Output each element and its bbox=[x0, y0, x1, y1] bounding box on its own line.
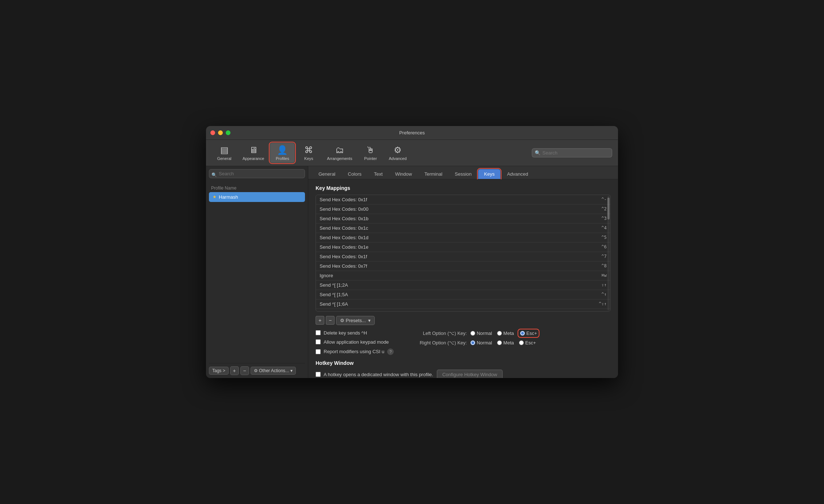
key-binding: ^8 bbox=[602, 263, 607, 268]
scrollbar-track bbox=[607, 196, 610, 310]
key-mapping-row[interactable]: Send Hex Codes: 0x1f ^- bbox=[316, 195, 610, 205]
toolbar-item-arrangements[interactable]: 🗂 Arrangements bbox=[323, 143, 356, 163]
main-panel: General Colors Text Window Terminal Sess… bbox=[308, 166, 618, 378]
tab-keys[interactable]: Keys bbox=[478, 169, 500, 179]
presets-label: ⚙ Presets... bbox=[340, 318, 366, 323]
right-option-normal[interactable]: Normal bbox=[470, 340, 492, 345]
toolbar-search-area: 🔍 bbox=[532, 148, 612, 157]
csi-u-checkbox-row[interactable]: Report modifiers using CSI u ? bbox=[316, 348, 394, 355]
key-mapping-row[interactable]: Ignore ⌘w bbox=[316, 271, 610, 280]
key-binding: ^- bbox=[602, 197, 607, 202]
key-mapping-row[interactable]: Send Hex Codes: 0x00 ^2 bbox=[316, 205, 610, 214]
profile-list-header: Profile Name bbox=[209, 184, 305, 192]
key-action: Send Hex Codes: 0x00 bbox=[320, 206, 602, 212]
tab-window[interactable]: Window bbox=[389, 169, 418, 179]
hotkey-checkbox-label: A hotkey opens a dedicated window with t… bbox=[324, 372, 433, 377]
csi-u-checkbox[interactable] bbox=[316, 349, 321, 354]
delete-key-checkbox-row[interactable]: Delete key sends ^H bbox=[316, 330, 394, 336]
tab-session[interactable]: Session bbox=[449, 169, 477, 179]
toolbar-pointer-label: Pointer bbox=[364, 156, 377, 161]
key-action: Send Hex Codes: 0x1f bbox=[320, 254, 602, 259]
key-action: Send ^[ [1;5A bbox=[320, 292, 602, 297]
toolbar: ▤ General 🖥 Appearance 👤 Profiles ⌘ Keys… bbox=[206, 140, 618, 166]
presets-button[interactable]: ⚙ Presets... ▾ bbox=[336, 316, 375, 325]
tags-button[interactable]: Tags > bbox=[209, 367, 229, 375]
keys-icon: ⌘ bbox=[304, 145, 313, 156]
remove-profile-button[interactable]: − bbox=[240, 366, 249, 375]
key-binding: ^4 bbox=[602, 225, 607, 230]
panel-content: Key Mappings Send Hex Codes: 0x1f ^- Sen… bbox=[308, 179, 618, 378]
maximize-button[interactable] bbox=[226, 130, 230, 135]
keypad-mode-checkbox-row[interactable]: Allow application keypad mode bbox=[316, 339, 394, 345]
key-mappings-table[interactable]: Send Hex Codes: 0x1f ^- Send Hex Codes: … bbox=[316, 195, 611, 312]
left-option-esc-plus[interactable]: Esc+ bbox=[519, 330, 538, 336]
profile-item-harmash[interactable]: ★ Harmash bbox=[209, 192, 305, 202]
tabs-bar: General Colors Text Window Terminal Sess… bbox=[308, 166, 618, 179]
search-input[interactable] bbox=[532, 148, 612, 157]
key-action: Send Hex Codes: 0x1b bbox=[320, 216, 602, 221]
csi-u-help-button[interactable]: ? bbox=[387, 348, 394, 355]
right-option-esc-plus[interactable]: Esc+ bbox=[519, 340, 536, 345]
tab-advanced[interactable]: Advanced bbox=[501, 169, 534, 179]
delete-key-label: Delete key sends ^H bbox=[324, 330, 367, 336]
right-option-escplus-radio[interactable] bbox=[519, 340, 524, 345]
advanced-icon: ⚙ bbox=[394, 145, 402, 156]
hotkey-row: A hotkey opens a dedicated window with t… bbox=[316, 370, 611, 378]
key-mapping-row[interactable]: Send Hex Codes: 0x1b 0x1b 0x5b 0x41 ⌥↑ bbox=[316, 309, 610, 312]
left-option-meta[interactable]: Meta bbox=[497, 331, 514, 336]
add-mapping-button[interactable]: + bbox=[316, 316, 324, 325]
toolbar-item-general[interactable]: ▤ General bbox=[212, 143, 237, 163]
left-option-normal-label: Normal bbox=[477, 331, 492, 336]
key-mapping-row[interactable]: Send Hex Codes: 0x1f ^7 bbox=[316, 252, 610, 261]
left-option-normal[interactable]: Normal bbox=[470, 331, 492, 336]
left-option-meta-radio[interactable] bbox=[497, 331, 502, 336]
toolbar-arrangements-label: Arrangements bbox=[327, 156, 352, 161]
toolbar-item-advanced[interactable]: ⚙ Advanced bbox=[384, 143, 411, 163]
key-binding: ⌥↑ bbox=[602, 311, 607, 312]
other-actions-chevron: ▾ bbox=[290, 368, 293, 373]
key-mapping-row[interactable]: Send Hex Codes: 0x7f ^8 bbox=[316, 261, 610, 271]
hotkey-checkbox[interactable] bbox=[316, 372, 321, 377]
toolbar-item-pointer[interactable]: 🖱 Pointer bbox=[358, 143, 383, 163]
configure-hotkey-button[interactable]: Configure Hotkey Window bbox=[437, 370, 503, 378]
left-option-normal-radio[interactable] bbox=[470, 331, 475, 336]
sidebar-search-input[interactable] bbox=[209, 169, 305, 178]
key-mapping-row[interactable]: Send ^[ [1;5A ^↑ bbox=[316, 290, 610, 299]
keypad-mode-checkbox[interactable] bbox=[316, 339, 321, 344]
key-binding: ^6 bbox=[602, 244, 607, 249]
key-mapping-row[interactable]: Send ^[ [1;6A ^⇧↑ bbox=[316, 299, 610, 309]
titlebar: Preferences bbox=[206, 126, 618, 140]
add-profile-button[interactable]: + bbox=[230, 366, 239, 375]
profile-name: Harmash bbox=[219, 194, 238, 200]
tab-general[interactable]: General bbox=[313, 169, 341, 179]
tab-colors[interactable]: Colors bbox=[342, 169, 367, 179]
appearance-icon: 🖥 bbox=[249, 145, 258, 156]
right-option-normal-radio[interactable] bbox=[470, 340, 475, 345]
other-actions-button[interactable]: ⚙ Other Actions... ▾ bbox=[251, 367, 296, 375]
close-button[interactable] bbox=[210, 130, 215, 135]
toolbar-item-appearance[interactable]: 🖥 Appearance bbox=[238, 143, 268, 163]
remove-mapping-button[interactable]: − bbox=[326, 316, 335, 325]
scrollbar-thumb[interactable] bbox=[607, 198, 610, 219]
right-option-escplus-label: Esc+ bbox=[525, 340, 536, 345]
key-mapping-row[interactable]: Send ^[ [1;2A ⇧↑ bbox=[316, 280, 610, 290]
tab-text[interactable]: Text bbox=[368, 169, 389, 179]
minimize-button[interactable] bbox=[218, 130, 223, 135]
key-mapping-row[interactable]: Send Hex Codes: 0x1b ^3 bbox=[316, 214, 610, 224]
key-binding: ^7 bbox=[602, 254, 607, 259]
left-option-escplus-radio[interactable] bbox=[520, 331, 525, 336]
hotkey-checkbox-row[interactable]: A hotkey opens a dedicated window with t… bbox=[316, 372, 433, 377]
options-area: Delete key sends ^H Allow application ke… bbox=[316, 330, 611, 355]
profile-list: ★ Harmash bbox=[209, 192, 305, 362]
toolbar-item-keys[interactable]: ⌘ Keys bbox=[296, 143, 321, 163]
right-option-meta-radio[interactable] bbox=[497, 340, 502, 345]
tab-terminal[interactable]: Terminal bbox=[419, 169, 448, 179]
right-option-meta-label: Meta bbox=[503, 340, 514, 345]
delete-key-checkbox[interactable] bbox=[316, 330, 321, 335]
key-mapping-row[interactable]: Send Hex Codes: 0x1c ^4 bbox=[316, 224, 610, 233]
key-mapping-row[interactable]: Send Hex Codes: 0x1d ^5 bbox=[316, 233, 610, 243]
search-wrapper: 🔍 bbox=[532, 148, 612, 157]
key-mapping-row[interactable]: Send Hex Codes: 0x1e ^6 bbox=[316, 243, 610, 252]
right-option-meta[interactable]: Meta bbox=[497, 340, 514, 345]
toolbar-item-profiles[interactable]: 👤 Profiles bbox=[270, 143, 295, 163]
